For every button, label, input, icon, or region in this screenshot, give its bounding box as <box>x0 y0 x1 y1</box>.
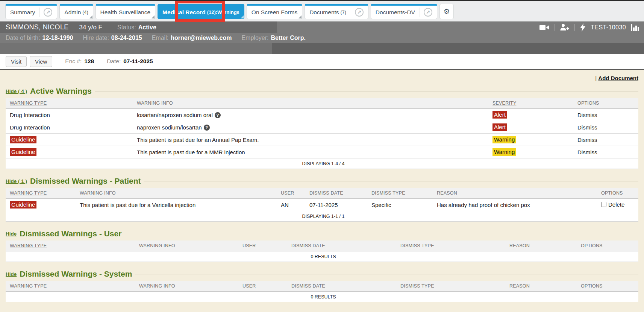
table-row: Drug Interaction losartan/naproxen sodiu… <box>6 109 638 121</box>
header-icon-divider <box>574 24 575 31</box>
dob-label: Date of birth: <box>6 35 40 41</box>
dismissed-patient-title: Dismissed Warnings - Patient <box>30 177 141 186</box>
column-warning-type[interactable]: WARNING TYPE <box>6 240 135 251</box>
results-count-row: DISPLAYING 1-1 / 1 <box>6 211 638 222</box>
dismiss-type-cell: Specific <box>367 199 433 211</box>
severity-cell: Alert <box>488 121 573 134</box>
dismiss-link[interactable]: Dismiss <box>577 149 597 155</box>
guideline-badge: Guideline <box>10 201 36 209</box>
column-warning-type[interactable]: WARNING TYPE <box>6 281 135 292</box>
settings-gears-icon: ⚙ <box>443 8 450 15</box>
dismissed-system-hide-link[interactable]: Hide <box>6 271 17 277</box>
column-reason: REASON <box>433 188 597 199</box>
warning-info-cell: naproxen sodium/losartan? <box>133 121 488 134</box>
help-icon[interactable]: ? <box>204 125 210 131</box>
warning-type-cell: Drug Interaction <box>6 109 133 121</box>
column-dismiss-date: DISMISS DATE <box>287 240 396 251</box>
tab-summary[interactable]: Summary ↗ <box>5 4 57 19</box>
column-user: USER <box>277 188 305 199</box>
tab-medical-record-warnings[interactable]: Medical Record (12):Warnings <box>158 4 244 19</box>
results-count-text: DISPLAYING 1-4 / 4 <box>6 158 638 169</box>
severity-warning-badge: Warning <box>492 136 516 143</box>
column-reason: REASON <box>505 240 577 251</box>
popout-arrow-icon[interactable]: ↗ <box>355 8 364 17</box>
tab-inner-divider <box>39 8 40 17</box>
warning-info-text: losartan/naproxen sodium oral <box>137 112 213 118</box>
patient-id: TEST-10030 <box>591 24 626 31</box>
popout-arrow-icon[interactable]: ↗ <box>424 8 432 17</box>
tab-documents-dv[interactable]: Documents-DV ↗ <box>371 4 437 19</box>
severity-warning-badge: Warning <box>492 148 516 156</box>
view-button[interactable]: View <box>30 56 52 67</box>
tab-health-surveillance-label: Health Surveillance <box>100 9 151 16</box>
dismiss-link[interactable]: Dismiss <box>577 137 597 143</box>
column-reason: REASON <box>505 281 577 292</box>
help-icon[interactable]: ? <box>215 112 221 118</box>
dismiss-link[interactable]: Dismiss <box>577 124 597 131</box>
reason-cell: Has already had proof of chicken pox <box>433 199 597 211</box>
video-camera-icon[interactable] <box>539 24 549 31</box>
dob-value: 12-18-1990 <box>42 35 73 41</box>
dismiss-link[interactable]: Dismiss <box>577 112 597 118</box>
severity-cell: Warning <box>488 134 573 146</box>
warnings-content: | Add Document Hide ( 4 ) Active Warning… <box>0 69 644 312</box>
status-label: Status: <box>117 24 136 31</box>
tab-admin-count: (4) <box>82 10 88 15</box>
tab-settings-button[interactable]: ⚙ <box>439 4 454 19</box>
warning-info-text: This patient is past due for an Annual P… <box>137 137 259 143</box>
email-label: Email: <box>152 35 168 41</box>
dismissed-patient-header: Hide ( 1 ) Dismissed Warnings - Patient <box>6 177 638 186</box>
section-rule <box>144 181 638 181</box>
tab-documents[interactable]: Documents (7) ↗ <box>305 4 368 19</box>
tab-inner-divider <box>420 8 420 17</box>
lightning-icon[interactable] <box>580 23 585 32</box>
column-dismiss-date: DISMISS DATE <box>287 281 396 292</box>
severity-alert-badge: Alert <box>492 111 507 119</box>
results-count-row: DISPLAYING 1-4 / 4 <box>6 158 638 169</box>
tab-admin[interactable]: Admin (4) <box>59 4 93 19</box>
bar-chart-icon[interactable] <box>631 24 640 31</box>
user-cell: AN <box>277 199 305 211</box>
enc-number-label: Enc #: <box>65 58 82 65</box>
dismissed-user-header: Hide Dismissed Warnings - User <box>6 229 638 238</box>
enc-number-value: 128 <box>84 58 94 65</box>
results-count-text: 0 RESULTS <box>6 292 638 302</box>
warning-type-cell: Guideline <box>6 199 76 211</box>
patient-header-row3 <box>0 43 644 54</box>
add-document-link[interactable]: Add Document <box>598 75 638 81</box>
tab-on-screen-forms[interactable]: On Screen Forms <box>247 4 302 19</box>
delete-option[interactable]: Delete <box>601 201 624 208</box>
delete-checkbox[interactable] <box>601 202 606 207</box>
column-warning-type[interactable]: WARNING TYPE <box>6 98 133 109</box>
section-rule <box>95 91 638 91</box>
add-person-icon[interactable] <box>560 24 569 31</box>
table-header-row: WARNING TYPE WARNING INFO USER DISMISS D… <box>6 240 638 251</box>
results-count-row: 0 RESULTS <box>6 292 638 302</box>
table-row: Guideline This patient is past due for a… <box>6 134 638 146</box>
patient-header-row1: SIMMONS, NICOLE 34 y/o F Status: Active … <box>0 21 644 33</box>
column-severity[interactable]: SEVERITY <box>488 98 573 109</box>
column-warning-info: WARNING INFO <box>135 281 238 292</box>
enc-date-value: 07-11-2025 <box>123 58 153 65</box>
table-row: Guideline This patient is past due for a… <box>6 199 638 211</box>
warning-info-text: naproxen sodium/losartan <box>137 124 202 131</box>
tab-health-surveillance[interactable]: Health Surveillance <box>95 4 156 19</box>
column-dismiss-date: DISMISS DATE <box>305 188 367 199</box>
popout-arrow-icon[interactable]: ↗ <box>44 8 52 17</box>
dismissed-system-title: Dismissed Warnings - System <box>20 269 132 279</box>
header-icon-divider <box>555 24 555 31</box>
column-warning-type[interactable]: WARNING TYPE <box>6 188 76 199</box>
column-dismiss-type: DISMISS TYPE <box>396 281 505 292</box>
tab-documents-count: (7) <box>341 10 346 15</box>
employer-label: Employer: <box>241 35 268 41</box>
employer-value: Better Corp. <box>271 35 305 41</box>
visit-button[interactable]: Visit <box>6 56 27 67</box>
section-rule <box>124 234 638 234</box>
warning-info-cell: This patient is past due for a Varicella… <box>76 199 277 211</box>
active-warnings-hide-link[interactable]: Hide ( 4 ) <box>6 88 27 94</box>
dismissed-patient-hide-link[interactable]: Hide ( 1 ) <box>6 178 27 184</box>
warning-info-cell: losartan/naproxen sodium oral? <box>133 109 488 121</box>
tab-documents-label: Documents <box>309 9 339 16</box>
dismissed-user-hide-link[interactable]: Hide <box>6 231 17 237</box>
table-row: Drug Interaction naproxen sodium/losarta… <box>6 121 638 134</box>
